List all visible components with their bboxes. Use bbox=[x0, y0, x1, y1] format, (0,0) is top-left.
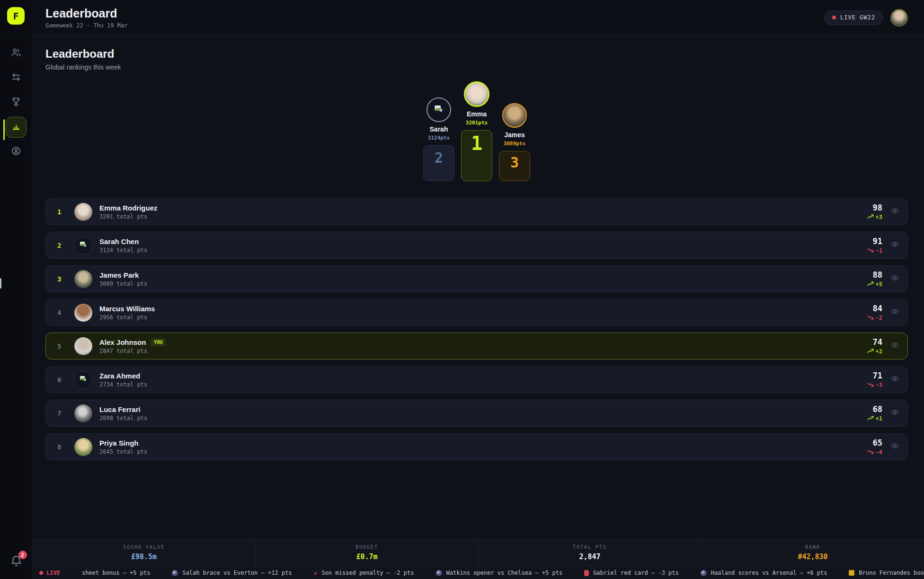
sidebar-item-transfers[interactable] bbox=[6, 68, 27, 88]
gw-points: 68 bbox=[873, 404, 882, 414]
ticker-text: sheet bonus — +5 pts bbox=[82, 570, 151, 576]
leaderboard-row-3[interactable]: 3 James Park 3089 total pts 88 +5 bbox=[45, 265, 908, 292]
trend-down-icon bbox=[867, 315, 874, 322]
rank-change: +2 bbox=[867, 348, 882, 355]
trend-down-icon bbox=[867, 247, 874, 254]
gw-points: 71 bbox=[873, 371, 882, 380]
trend-down-icon bbox=[867, 382, 874, 389]
football-icon bbox=[436, 570, 442, 576]
leaderboard-row-4[interactable]: 4 Marcus Williams 2956 total pts 84 -2 bbox=[45, 299, 908, 326]
leaderboard-row-1[interactable]: 1 Emma Rodriguez 3201 total pts 98 +3 bbox=[45, 198, 908, 225]
total-points: 2847 total pts bbox=[99, 348, 166, 354]
eye-icon bbox=[890, 206, 899, 217]
rank-change: +1 bbox=[867, 415, 882, 422]
player-name: Emma Rodriguez bbox=[99, 204, 158, 212]
leaderboard-row-6[interactable]: 6 Zara Ahmed 2734 total pts 71 -3 bbox=[45, 366, 908, 393]
section-title: Leaderboard bbox=[45, 47, 908, 61]
trend-up-icon bbox=[867, 281, 874, 288]
rank: 7 bbox=[57, 410, 70, 417]
podium: Sarah 3124pts 2 Emma 3201pts 1 James 308… bbox=[45, 81, 908, 181]
player-name: Luca Ferrari bbox=[99, 405, 141, 413]
leaderboard-row-5-you[interactable]: 5 Alex Johnson YOU 2847 total pts 74 +2 bbox=[45, 333, 908, 360]
rank-change: -2 bbox=[867, 315, 882, 322]
broken-image-icon bbox=[80, 375, 87, 384]
podium-points: 3201pts bbox=[466, 120, 488, 126]
rank: 8 bbox=[57, 443, 70, 451]
eye-icon bbox=[890, 307, 899, 318]
ticker-text: Salah brace vs Everton — +12 pts bbox=[182, 570, 292, 576]
stat-label: BUDGET bbox=[355, 544, 378, 550]
podium-block-1: 1 bbox=[461, 130, 492, 181]
stat-budget: BUDGET £0.7m bbox=[255, 539, 478, 566]
stat-squad-value: SQUAD VALUE £98.5m bbox=[33, 539, 255, 566]
avatar bbox=[464, 81, 489, 107]
ticker-item: Watkins opener vs Chelsea — +5 pts bbox=[436, 570, 563, 576]
user-circle-icon bbox=[11, 146, 21, 158]
football-icon bbox=[701, 570, 707, 576]
gw-points: 74 bbox=[873, 337, 882, 347]
gw-points: 91 bbox=[873, 237, 882, 246]
ticker-text: Bruno Fernandes booked — -1 pt bbox=[859, 570, 924, 576]
leaderboard-row-2[interactable]: 2 Sarah Chen 3124 total pts 91 -1 bbox=[45, 232, 908, 259]
live-ticker: LIVE sheet bonus — +5 pts Salah brace vs… bbox=[33, 566, 924, 579]
app-logo: F bbox=[7, 7, 25, 25]
view-button[interactable] bbox=[890, 374, 900, 385]
sidebar-item-leagues[interactable] bbox=[6, 92, 27, 113]
sidebar-item-squad[interactable] bbox=[6, 43, 27, 64]
users-icon bbox=[11, 47, 21, 60]
rank: 6 bbox=[57, 376, 70, 384]
live-gameweek-badge: LIVE GW22 bbox=[824, 10, 883, 25]
avatar bbox=[426, 97, 451, 122]
view-button[interactable] bbox=[890, 408, 900, 419]
ticker-text: Gabriel red card — -3 pts bbox=[593, 570, 679, 576]
view-button[interactable] bbox=[890, 240, 900, 251]
eye-icon bbox=[890, 408, 899, 419]
stat-label: SQUAD VALUE bbox=[123, 544, 165, 550]
view-button[interactable] bbox=[890, 206, 900, 217]
podium-name: Sarah bbox=[430, 125, 448, 133]
ticker-item: Salah brace vs Everton — +12 pts bbox=[172, 570, 292, 576]
podium-block-3: 3 bbox=[499, 151, 530, 181]
eye-icon bbox=[890, 273, 899, 284]
podium-second-place[interactable]: Sarah 3124pts 2 bbox=[423, 97, 454, 181]
stat-value: £0.7m bbox=[356, 553, 377, 561]
leaderboard-row-7[interactable]: 7 Luca Ferrari 2698 total pts 68 +1 bbox=[45, 400, 908, 427]
sidebar-item-leaderboard[interactable] bbox=[6, 117, 27, 138]
eye-icon bbox=[890, 240, 899, 251]
section-subtitle: Global rankings this week bbox=[45, 63, 908, 71]
avatar bbox=[502, 103, 527, 128]
podium-name: Emma bbox=[467, 110, 487, 118]
live-dot-icon bbox=[39, 571, 43, 575]
leaderboard-list: 1 Emma Rodriguez 3201 total pts 98 +3 2 … bbox=[45, 198, 908, 460]
rank-change: +5 bbox=[867, 281, 882, 288]
player-name: Marcus Williams bbox=[99, 305, 155, 313]
view-button[interactable] bbox=[890, 273, 900, 284]
stat-rank: RANK #42,830 bbox=[701, 539, 924, 566]
avatar bbox=[74, 404, 92, 422]
profile-avatar[interactable] bbox=[890, 9, 908, 26]
podium-first-place[interactable]: Emma 3201pts 1 bbox=[461, 81, 492, 181]
stat-value: £98.5m bbox=[131, 553, 157, 561]
view-button[interactable] bbox=[890, 307, 900, 318]
scrollbar-thumb[interactable] bbox=[0, 278, 1, 289]
gw-points: 98 bbox=[873, 203, 882, 212]
avatar bbox=[74, 270, 92, 288]
notifications-button[interactable]: 2 bbox=[10, 554, 23, 567]
sidebar-item-profile[interactable] bbox=[6, 141, 27, 162]
sidebar: F 2 bbox=[0, 0, 32, 579]
rank: 2 bbox=[57, 242, 70, 249]
view-button[interactable] bbox=[890, 441, 900, 452]
total-points: 2645 total pts bbox=[99, 448, 147, 455]
ticker-text: Haaland scores vs Arsenal — +6 pts bbox=[711, 570, 827, 576]
ticker-live-label: LIVE bbox=[39, 570, 60, 576]
stat-value: #42,830 bbox=[798, 553, 827, 561]
rank-change: -4 bbox=[867, 449, 882, 456]
leaderboard-row-8[interactable]: 8 Priya Singh 2645 total pts 65 -4 bbox=[45, 433, 908, 460]
ticker-text: Watkins opener vs Chelsea — +5 pts bbox=[446, 570, 563, 576]
podium-points: 3089pts bbox=[504, 140, 525, 147]
rank: 5 bbox=[57, 342, 70, 350]
podium-third-place[interactable]: James 3089pts 3 bbox=[499, 103, 530, 181]
view-button[interactable] bbox=[890, 341, 900, 351]
red-card-icon bbox=[584, 570, 589, 576]
broken-image-icon bbox=[434, 105, 444, 115]
